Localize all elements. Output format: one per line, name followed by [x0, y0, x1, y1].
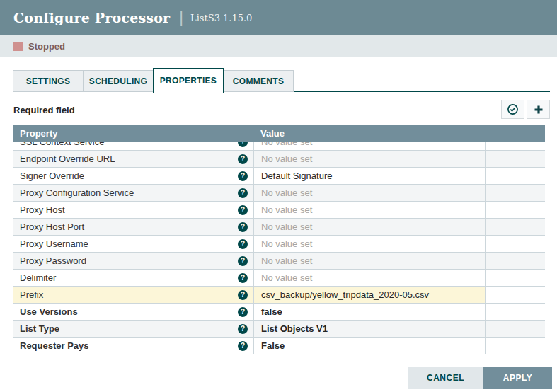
- table-actions: [501, 100, 550, 119]
- help-icon: [238, 239, 248, 249]
- property-value-cell[interactable]: No value set: [253, 151, 485, 167]
- property-value[interactable]: No value set: [261, 188, 312, 198]
- property-row[interactable]: Use Versionsfalse: [13, 304, 545, 321]
- property-name-cell: List Type: [13, 321, 253, 337]
- apply-button[interactable]: APPLY: [483, 367, 552, 389]
- table-body-inner: SSL Context ServiceNo value setEndpoint …: [13, 142, 545, 354]
- row-actions-cell: [485, 142, 545, 150]
- property-value-cell[interactable]: No value set: [253, 270, 485, 286]
- property-row[interactable]: Proxy UsernameNo value set: [13, 236, 545, 253]
- add-property-button[interactable]: [527, 100, 550, 119]
- property-name: Requester Pays: [20, 340, 89, 351]
- column-header-value: Value: [253, 128, 545, 139]
- property-value-cell[interactable]: false: [253, 304, 485, 320]
- property-row[interactable]: Signer OverrideDefault Signature: [13, 168, 545, 185]
- stopped-icon: [13, 42, 23, 51]
- help-icon: [238, 171, 248, 181]
- title-divider: |: [179, 10, 183, 25]
- help-icon: [238, 324, 248, 334]
- row-actions-cell: [485, 270, 545, 286]
- help-icon: [238, 273, 248, 283]
- property-row[interactable]: List TypeList Objects V1: [13, 321, 545, 338]
- property-value[interactable]: No value set: [261, 154, 312, 164]
- property-row[interactable]: Proxy Configuration ServiceNo value set: [13, 185, 545, 202]
- processor-name-version: ListS3 1.15.0: [190, 13, 252, 23]
- property-name: Proxy Host: [20, 204, 65, 215]
- row-actions-cell: [485, 219, 545, 235]
- column-header-property: Property: [13, 128, 253, 139]
- verify-properties-button[interactable]: [501, 100, 524, 119]
- check-circle-icon: [507, 103, 519, 115]
- table-body-viewport[interactable]: SSL Context ServiceNo value setEndpoint …: [13, 142, 545, 354]
- property-row[interactable]: SSL Context ServiceNo value set: [13, 142, 545, 151]
- property-name: Proxy Password: [20, 255, 86, 266]
- tab-comments[interactable]: COMMENTS: [223, 70, 294, 92]
- property-value[interactable]: No value set: [261, 221, 312, 232]
- property-row[interactable]: Proxy Host PortNo value set: [13, 219, 545, 236]
- property-name: Use Versions: [20, 306, 78, 317]
- property-value[interactable]: No value set: [261, 238, 312, 249]
- property-name: Proxy Username: [20, 238, 88, 249]
- property-name: Endpoint Override URL: [20, 154, 115, 164]
- property-value-cell[interactable]: No value set: [253, 219, 485, 235]
- property-name: SSL Context Service: [20, 142, 104, 147]
- property-value-cell[interactable]: No value set: [253, 185, 485, 201]
- property-value[interactable]: False: [261, 340, 285, 351]
- property-name-cell: Endpoint Override URL: [13, 151, 253, 167]
- row-actions-cell: [485, 338, 545, 354]
- row-actions-cell: [485, 287, 545, 303]
- property-name: List Type: [20, 323, 59, 334]
- property-name-cell: Proxy Password: [13, 253, 253, 269]
- property-value[interactable]: No value set: [261, 255, 312, 266]
- property-row[interactable]: Endpoint Override URLNo value set: [13, 151, 545, 168]
- property-row[interactable]: Requester PaysFalse: [13, 338, 545, 354]
- help-icon: [238, 188, 248, 198]
- row-actions-cell: [485, 236, 545, 252]
- property-row[interactable]: Proxy HostNo value set: [13, 202, 545, 219]
- property-value-cell[interactable]: False: [253, 338, 485, 354]
- property-value-cell[interactable]: csv_backup/yellow_tripdata_2020-05.csv: [253, 287, 485, 303]
- property-value-cell[interactable]: No value set: [253, 142, 485, 150]
- row-actions-cell: [485, 202, 545, 218]
- row-actions-cell: [485, 304, 545, 320]
- status-label: Stopped: [28, 41, 65, 52]
- property-value-cell[interactable]: No value set: [253, 236, 485, 252]
- property-name: Proxy Configuration Service: [20, 188, 134, 198]
- property-name-cell: Signer Override: [13, 168, 253, 184]
- property-row[interactable]: Proxy PasswordNo value set: [13, 253, 545, 270]
- property-value[interactable]: No value set: [261, 142, 312, 147]
- property-value-cell[interactable]: No value set: [253, 253, 485, 269]
- tab-properties[interactable]: PROPERTIES: [153, 68, 224, 93]
- help-icon: [238, 205, 248, 215]
- help-icon: [238, 142, 248, 147]
- property-value[interactable]: csv_backup/yellow_tripdata_2020-05.csv: [261, 289, 429, 300]
- property-value[interactable]: List Objects V1: [261, 323, 328, 334]
- property-row[interactable]: DelimiterNo value set: [13, 270, 545, 287]
- property-value-cell[interactable]: List Objects V1: [253, 321, 485, 337]
- property-row[interactable]: Prefixcsv_backup/yellow_tripdata_2020-05…: [13, 287, 545, 304]
- help-icon: [238, 154, 248, 164]
- property-value[interactable]: false: [261, 306, 282, 317]
- property-value[interactable]: No value set: [261, 204, 312, 215]
- properties-table: Property Value SSL Context ServiceNo val…: [13, 125, 545, 354]
- help-icon: [238, 341, 248, 351]
- help-icon: [238, 222, 248, 232]
- tab-settings[interactable]: SETTINGS: [13, 70, 84, 92]
- property-name-cell: Delimiter: [13, 270, 253, 286]
- property-name-cell: Proxy Host: [13, 202, 253, 218]
- property-value[interactable]: No value set: [261, 272, 312, 283]
- property-value[interactable]: Default Signature: [261, 171, 332, 181]
- row-actions-cell: [485, 185, 545, 201]
- property-value-cell[interactable]: Default Signature: [253, 168, 485, 184]
- property-name-cell: Use Versions: [13, 304, 253, 320]
- tab-scheduling[interactable]: SCHEDULING: [83, 70, 154, 92]
- help-icon: [238, 290, 248, 300]
- property-name-cell: Proxy Host Port: [13, 219, 253, 235]
- property-name: Proxy Host Port: [20, 221, 84, 232]
- help-icon: [238, 256, 248, 266]
- status-bar: Stopped: [0, 35, 557, 57]
- property-value-cell[interactable]: No value set: [253, 202, 485, 218]
- table-header: Property Value: [13, 125, 545, 142]
- required-field-label: Required field: [13, 105, 75, 115]
- cancel-button[interactable]: CANCEL: [408, 367, 483, 389]
